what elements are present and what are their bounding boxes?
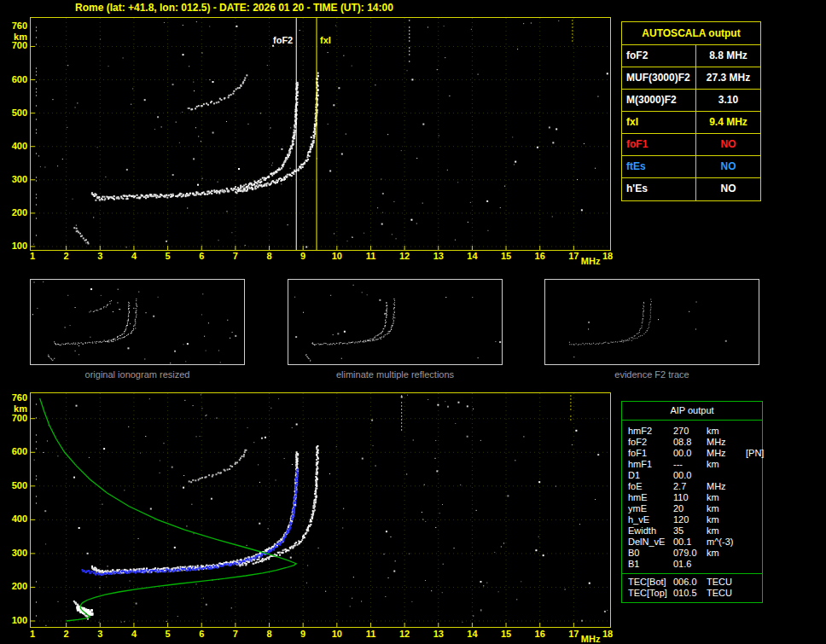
param-name: M(3000)F2 — [622, 90, 696, 111]
aip-note — [746, 459, 759, 470]
x-axis-label: 8 — [259, 629, 280, 639]
aip-label: B1 — [628, 559, 673, 570]
autoscala-row: foF1NO — [622, 134, 760, 156]
aip-value: 120 — [673, 514, 707, 525]
station-date-title: Rome (lat: +41.8, lon: 012.5) - DATE: 20… — [75, 2, 393, 14]
aip-output-table: AIP output hmF2270kmfoF208.8MHzfoF100.0M… — [621, 401, 763, 603]
param-value: NO — [696, 178, 760, 200]
aip-note — [746, 437, 759, 448]
ionogram-plot: foF2fxI — [30, 17, 611, 251]
y-axis-unit-label: km — [3, 404, 27, 414]
y-axis-label: 100 — [3, 616, 27, 625]
aip-table-rows: hmF2270kmfoF208.8MHzfoF100.0MHz[PN]hmF1-… — [622, 421, 762, 573]
y-axis-label: 300 — [3, 175, 27, 184]
aip-row: foE2.7MHz — [628, 481, 759, 492]
aip-value: 01.6 — [673, 559, 707, 570]
thumb-filtered-svg — [288, 280, 502, 364]
aip-row: D100.0 — [628, 470, 759, 481]
thumbnail-caption-filtered: eliminate multiple reflections — [288, 369, 503, 380]
thumbnail-original-ionogram — [30, 279, 245, 365]
x-axis-label: 14 — [462, 252, 482, 261]
param-value: 3.10 — [696, 90, 760, 111]
aip-label: D1 — [628, 470, 673, 481]
aip-value: 00.0 — [673, 448, 707, 459]
autoscala-row: fxI9.4 MHz — [622, 112, 760, 134]
x-axis-label: 4 — [124, 629, 144, 639]
aip-unit: km — [707, 492, 746, 503]
profile-plot — [30, 392, 611, 628]
aip-unit: km — [707, 503, 746, 514]
y-axis-label: 600 — [3, 447, 27, 456]
y-axis-label: 500 — [3, 108, 27, 118]
aip-row: hmF2270km — [628, 426, 759, 437]
thumb-original-svg — [31, 280, 244, 364]
aip-note — [746, 514, 759, 525]
aip-value: 08.8 — [673, 437, 707, 448]
aip-unit: TECU — [707, 588, 746, 599]
thumb-f2-svg — [545, 280, 759, 364]
param-value: NO — [696, 134, 760, 155]
x-axis-label: 2 — [56, 252, 77, 261]
aip-note — [746, 537, 759, 548]
aip-label: foF1 — [628, 448, 673, 459]
aip-unit: MHz — [707, 448, 746, 459]
autoscala-table-title: AUTOSCALA output — [622, 22, 760, 45]
x-axis-label: 14 — [462, 629, 482, 639]
aip-unit: km — [707, 548, 746, 559]
x-axis-label: 1 — [22, 252, 43, 261]
aip-row: B0079.0km — [628, 548, 759, 559]
x-axis-label: 16 — [530, 629, 550, 639]
aip-value: 006.0 — [673, 577, 707, 588]
aip-table-title: AIP output — [622, 402, 762, 421]
aip-unit: km — [707, 525, 746, 537]
aip-note — [746, 588, 759, 599]
marker-label-fxI: fxI — [320, 35, 331, 45]
ionogram-bottom-svg — [31, 393, 610, 627]
y-axis-label: 100 — [3, 241, 27, 251]
x-axis-unit-label: MHz — [578, 635, 603, 644]
param-name: MUF(3000)F2 — [622, 67, 696, 89]
x-axis-label: 4 — [124, 252, 144, 261]
aip-note: [PN] — [746, 448, 764, 459]
aip-row: ymE20km — [628, 503, 759, 514]
x-axis-unit-label: MHz — [578, 257, 603, 266]
x-axis-label: 6 — [191, 629, 212, 639]
x-axis-label: 3 — [90, 629, 110, 639]
aip-row: hmF1---km — [628, 459, 759, 470]
aip-row: foF100.0MHz[PN] — [628, 448, 759, 459]
autoscala-table-rows: foF28.8 MHzMUF(3000)F227.3 MHzM(3000)F23… — [622, 45, 760, 200]
aip-label: h_vE — [628, 514, 673, 525]
aip-note — [746, 577, 759, 588]
param-name: foF2 — [622, 45, 696, 67]
y-axis-label: 600 — [3, 75, 27, 84]
autoscala-window: Rome (lat: +41.8, lon: 012.5) - DATE: 20… — [0, 0, 826, 644]
y-axis-label: 700 — [3, 41, 27, 50]
param-name: h'Es — [622, 178, 696, 200]
x-axis-label: 9 — [293, 252, 313, 261]
aip-value: 110 — [673, 492, 707, 503]
aip-row: TEC[Bot]006.0TECU — [628, 577, 759, 588]
aip-unit: MHz — [707, 437, 746, 448]
aip-label: TEC[Top] — [628, 588, 673, 599]
x-axis-label: 9 — [293, 629, 313, 639]
aip-label: foF2 — [628, 437, 673, 448]
x-axis-label: 11 — [360, 252, 381, 261]
autoscala-row: M(3000)F23.10 — [622, 90, 760, 112]
x-axis-label: 13 — [428, 252, 449, 261]
aip-unit: km — [707, 426, 746, 437]
aip-note — [746, 470, 759, 481]
aip-value: 00.1 — [673, 537, 707, 548]
param-name: fxI — [622, 112, 696, 133]
aip-note — [746, 481, 759, 492]
aip-unit: km — [707, 459, 746, 470]
aip-row: h_vE120km — [628, 514, 759, 525]
x-axis-label: 13 — [428, 629, 449, 639]
aip-label: B0 — [628, 548, 673, 559]
aip-unit: MHz — [707, 481, 746, 492]
aip-unit: m^(-3) — [707, 537, 746, 548]
aip-value: 010.5 — [673, 588, 707, 599]
aip-unit — [707, 470, 746, 481]
aip-label: hmE — [628, 492, 673, 503]
aip-row: DelN_vE00.1m^(-3) — [628, 537, 759, 548]
y-axis-unit-label: km — [3, 32, 27, 42]
